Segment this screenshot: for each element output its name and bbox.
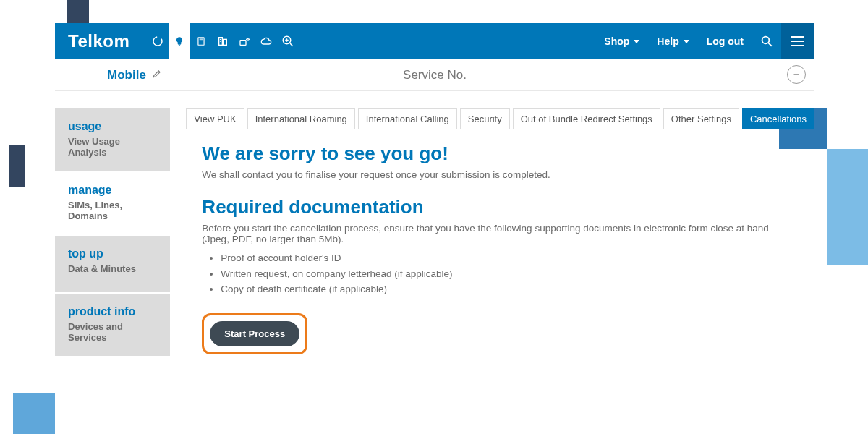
brand-logo[interactable]: Telkom	[55, 31, 142, 51]
list-item: Copy of death certificate (if applicable…	[221, 281, 799, 297]
tab-intl-roaming[interactable]: International Roaming	[247, 109, 355, 129]
required-docs-lead: Before you start the cancellation proces…	[202, 223, 799, 244]
decorative-block	[827, 149, 868, 265]
cancellation-panel: We are sorry to see you go! We shall con…	[186, 129, 814, 354]
sidebar-item-sublabel: Devices and Services	[68, 321, 157, 343]
sidebar-item-productinfo[interactable]: product info Devices and Services	[55, 294, 170, 357]
required-docs-heading: Required documentation	[202, 196, 799, 218]
sidebar-item-label: product info	[68, 305, 157, 318]
nav-service-icons	[147, 23, 299, 59]
sidebar-item-label: top up	[68, 247, 157, 260]
nav-help[interactable]: Help	[648, 35, 697, 47]
sidebar-item-label: manage	[68, 184, 157, 197]
svg-rect-6	[224, 39, 227, 45]
subhead-bar: Mobile Service No.	[55, 59, 814, 91]
list-item: Proof of account holder's ID	[221, 250, 799, 266]
list-item: Written request, on company letterhead (…	[221, 266, 799, 282]
sidebar-nav: usage View Usage Analysis manage SIMs, L…	[55, 109, 170, 357]
breadcrumb-title: Mobile	[107, 68, 146, 82]
sim-icon[interactable]	[190, 23, 212, 59]
cloud-icon[interactable]	[255, 23, 277, 59]
required-docs-list: Proof of account holder's ID Written req…	[221, 250, 799, 297]
svg-point-0	[153, 37, 162, 46]
sidebar-item-sublabel: SIMs, Lines, Domains	[68, 200, 157, 221]
cancel-heading: We are sorry to see you go!	[202, 142, 799, 165]
hamburger-menu-icon[interactable]	[781, 23, 814, 59]
nav-shop[interactable]: Shop	[595, 35, 648, 47]
start-process-button[interactable]: Start Process	[210, 321, 299, 346]
sidebar-item-usage[interactable]: usage View Usage Analysis	[55, 109, 170, 172]
sidebar-item-label: usage	[68, 120, 157, 133]
cancel-lead: We shall contact you to finalise your re…	[202, 169, 799, 180]
nav-logout[interactable]: Log out	[698, 35, 752, 47]
tab-security[interactable]: Security	[460, 109, 510, 129]
start-process-highlight: Start Process	[202, 313, 307, 354]
collapse-icon[interactable]	[787, 65, 806, 84]
zoom-icon[interactable]	[277, 23, 299, 59]
sidebar-item-sublabel: Data & Minutes	[68, 263, 157, 274]
search-icon[interactable]	[752, 23, 781, 59]
edit-icon[interactable]	[152, 69, 162, 81]
tab-oob-redirect[interactable]: Out of Bundle Redirect Settings	[513, 109, 660, 129]
manage-tabs: View PUK International Roaming Internati…	[186, 109, 814, 129]
svg-line-15	[769, 43, 772, 46]
tab-other-settings[interactable]: Other Settings	[663, 109, 739, 129]
wifi-card-icon[interactable]	[234, 23, 255, 59]
tab-cancellations[interactable]: Cancellations	[742, 109, 814, 129]
decorative-block	[13, 393, 55, 434]
circle-icon[interactable]	[147, 23, 169, 59]
building-icon[interactable]	[212, 23, 234, 59]
top-navbar: Telkom Shop	[55, 23, 814, 59]
svg-rect-9	[240, 41, 246, 46]
bulb-icon[interactable]	[169, 23, 190, 59]
tab-view-puk[interactable]: View PUK	[186, 109, 244, 129]
sidebar-item-sublabel: View Usage Analysis	[68, 136, 157, 158]
decorative-block	[9, 145, 25, 187]
sidebar-item-topup[interactable]: top up Data & Minutes	[55, 236, 170, 294]
tab-intl-calling[interactable]: International Calling	[358, 109, 457, 129]
svg-rect-1	[179, 45, 180, 46]
service-number-label: Service No.	[403, 68, 467, 82]
svg-line-11	[290, 43, 293, 46]
sidebar-item-manage[interactable]: manage SIMs, Lines, Domains	[55, 172, 170, 236]
svg-point-14	[762, 37, 770, 44]
